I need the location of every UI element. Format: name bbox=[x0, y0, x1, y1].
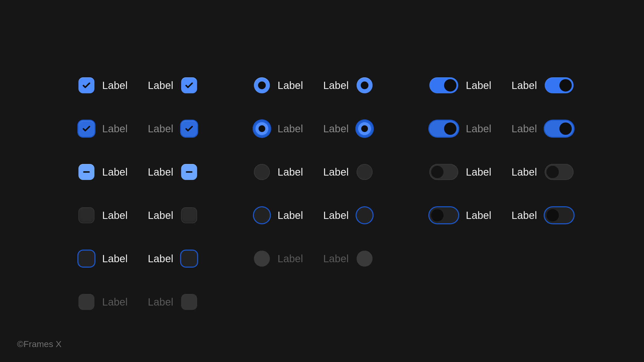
checkbox-checked-focused[interactable] bbox=[181, 121, 197, 137]
check-icon bbox=[184, 80, 194, 90]
checkbox-label: Label bbox=[102, 166, 128, 178]
radio-label: Label bbox=[323, 80, 349, 91]
switch-label: Label bbox=[511, 123, 537, 135]
checkbox-row: Label Label bbox=[78, 294, 197, 310]
checkbox-item: Label bbox=[148, 251, 197, 267]
checkbox-indeterminate[interactable] bbox=[78, 164, 94, 180]
switch-item: Label bbox=[511, 77, 574, 93]
radio-item: Label bbox=[254, 164, 303, 180]
switch-off-focused[interactable] bbox=[545, 207, 574, 223]
checkbox-item: Label bbox=[148, 164, 197, 180]
component-grid: Label Label Label bbox=[78, 77, 574, 310]
checkbox-unchecked[interactable] bbox=[181, 207, 197, 223]
radio-label: Label bbox=[278, 210, 303, 221]
radio-label: Label bbox=[323, 253, 349, 265]
switch-on[interactable] bbox=[429, 77, 458, 93]
checkbox-label: Label bbox=[148, 166, 173, 178]
checkbox-row: Label Label bbox=[78, 77, 197, 93]
checkbox-item: Label bbox=[78, 164, 128, 180]
checkbox-item: Label bbox=[78, 251, 128, 267]
checkbox-item: Label bbox=[148, 121, 197, 137]
checkbox-indeterminate[interactable] bbox=[181, 164, 197, 180]
radio-column: Label Label Label Label bbox=[254, 77, 373, 310]
switch-item: Label bbox=[429, 121, 492, 137]
check-icon bbox=[81, 124, 92, 134]
radio-row: Label Label bbox=[254, 164, 373, 180]
radio-selected[interactable] bbox=[357, 77, 373, 93]
radio-unselected[interactable] bbox=[254, 164, 270, 180]
switch-on[interactable] bbox=[545, 77, 574, 93]
checkbox-label: Label bbox=[148, 80, 173, 91]
radio-item: Label bbox=[323, 251, 373, 267]
radio-item: Label bbox=[323, 207, 373, 223]
radio-item: Label bbox=[254, 251, 303, 267]
switch-row: Label Label bbox=[429, 77, 574, 93]
radio-row: Label Label bbox=[254, 121, 373, 137]
radio-disabled bbox=[254, 251, 270, 267]
switch-label: Label bbox=[511, 80, 537, 91]
switch-item: Label bbox=[429, 77, 492, 93]
radio-label: Label bbox=[278, 166, 303, 178]
switch-row: Label Label bbox=[429, 164, 574, 180]
checkbox-unchecked-focused[interactable] bbox=[78, 251, 94, 267]
checkbox-unchecked-focused[interactable] bbox=[181, 251, 197, 267]
checkbox-item: Label bbox=[78, 294, 128, 310]
radio-unselected-focused[interactable] bbox=[254, 207, 270, 223]
radio-selected-focused[interactable] bbox=[357, 121, 373, 137]
radio-disabled bbox=[357, 251, 373, 267]
checkbox-item: Label bbox=[148, 207, 197, 223]
switch-off[interactable] bbox=[429, 164, 458, 180]
checkbox-row: Label Label bbox=[78, 121, 197, 137]
radio-label: Label bbox=[323, 166, 349, 178]
checkbox-label: Label bbox=[148, 210, 173, 221]
switch-on-focused[interactable] bbox=[545, 121, 574, 137]
radio-item: Label bbox=[323, 164, 373, 180]
minus-icon bbox=[185, 168, 194, 176]
radio-selected[interactable] bbox=[254, 77, 270, 93]
footer-credit: ©Frames X bbox=[17, 339, 61, 349]
switch-label: Label bbox=[466, 166, 492, 178]
switch-label: Label bbox=[466, 80, 492, 91]
radio-row: Label Label bbox=[254, 77, 373, 93]
check-icon bbox=[184, 124, 194, 134]
checkbox-checked-focused[interactable] bbox=[78, 121, 94, 137]
radio-row: Label Label bbox=[254, 251, 373, 267]
radio-unselected[interactable] bbox=[357, 164, 373, 180]
radio-unselected-focused[interactable] bbox=[357, 207, 373, 223]
checkbox-checked[interactable] bbox=[78, 77, 94, 93]
checkbox-item: Label bbox=[78, 207, 128, 223]
switch-column: Label Label Label Label bbox=[429, 77, 574, 310]
radio-item: Label bbox=[254, 207, 303, 223]
radio-label: Label bbox=[278, 80, 303, 91]
checkbox-item: Label bbox=[78, 121, 128, 137]
checkbox-row: Label Label bbox=[78, 251, 197, 267]
switch-off-focused[interactable] bbox=[429, 207, 458, 223]
checkbox-item: Label bbox=[78, 77, 128, 93]
radio-selected-focused[interactable] bbox=[254, 121, 270, 137]
checkbox-row: Label Label bbox=[78, 207, 197, 223]
radio-label: Label bbox=[278, 253, 303, 265]
checkbox-column: Label Label Label bbox=[78, 77, 197, 310]
checkbox-item: Label bbox=[148, 294, 197, 310]
switch-item: Label bbox=[511, 207, 574, 223]
switch-item: Label bbox=[429, 164, 492, 180]
switch-off[interactable] bbox=[545, 164, 574, 180]
checkbox-disabled bbox=[78, 294, 94, 310]
checkbox-label: Label bbox=[102, 210, 128, 221]
radio-item: Label bbox=[323, 121, 373, 137]
radio-label: Label bbox=[323, 210, 349, 221]
switch-on-focused[interactable] bbox=[429, 121, 458, 137]
checkbox-unchecked[interactable] bbox=[78, 207, 94, 223]
radio-item: Label bbox=[323, 77, 373, 93]
checkbox-checked[interactable] bbox=[181, 77, 197, 93]
checkbox-label: Label bbox=[102, 296, 128, 308]
switch-item: Label bbox=[429, 207, 492, 223]
radio-row: Label Label bbox=[254, 207, 373, 223]
checkbox-label: Label bbox=[102, 253, 128, 265]
switch-row: Label Label bbox=[429, 207, 574, 223]
switch-label: Label bbox=[511, 166, 537, 178]
radio-label: Label bbox=[278, 123, 303, 135]
switch-label: Label bbox=[466, 123, 492, 135]
switch-row: Label Label bbox=[429, 121, 574, 137]
checkbox-item: Label bbox=[148, 77, 197, 93]
